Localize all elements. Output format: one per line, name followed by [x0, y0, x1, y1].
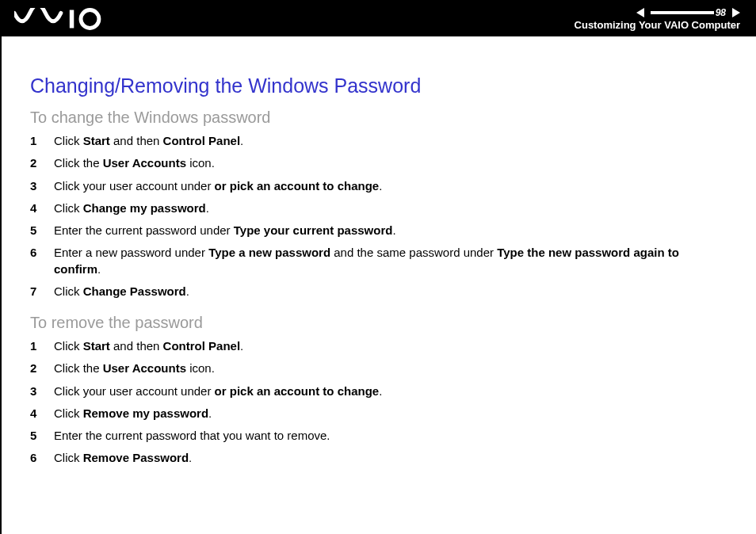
- header-bar: 98 Customizing Your VAIO Computer: [2, 2, 756, 36]
- step-item: 6Click Remove Password.: [30, 450, 727, 466]
- step-item: 6Enter a new password under Type a new p…: [30, 245, 727, 277]
- pager-bar: [651, 11, 714, 14]
- prev-page-icon[interactable]: [636, 8, 644, 17]
- svg-point-1: [81, 10, 99, 29]
- svg-rect-0: [70, 10, 74, 29]
- step-item: 1Click Start and then Control Panel.: [30, 133, 727, 149]
- step-text: Click Remove my password.: [54, 406, 727, 421]
- step-number: 3: [30, 383, 54, 399]
- step-text: Click Change my password.: [54, 200, 727, 216]
- step-item: 5Enter the current password that you wan…: [30, 428, 727, 444]
- step-item: 2Click the User Accounts icon.: [30, 360, 727, 376]
- step-text: Enter the current password under Type yo…: [54, 223, 727, 238]
- vaio-logo: [14, 5, 109, 33]
- step-item: 4Click Change my password.: [30, 200, 727, 216]
- step-text: Enter a new password under Type a new pa…: [54, 245, 727, 277]
- section-heading: To remove the password: [30, 314, 727, 332]
- step-text: Click the User Accounts icon.: [54, 360, 727, 376]
- breadcrumb: Customizing Your VAIO Computer: [575, 19, 740, 31]
- step-number: 2: [30, 360, 54, 376]
- header-right: 98 Customizing Your VAIO Computer: [575, 2, 740, 36]
- step-number: 5: [30, 223, 54, 238]
- step-item: 4Click Remove my password.: [30, 406, 727, 421]
- next-page-icon[interactable]: [732, 8, 740, 17]
- pager: 98: [636, 7, 740, 18]
- step-item: 7Click Change Password.: [30, 284, 727, 299]
- step-number: 4: [30, 406, 54, 421]
- step-text: Click Change Password.: [54, 284, 727, 299]
- step-text: Click your user account under or pick an…: [54, 178, 727, 194]
- step-number: 3: [30, 178, 54, 194]
- step-text: Enter the current password that you want…: [54, 428, 727, 444]
- step-number: 7: [30, 284, 54, 299]
- step-item: 1Click Start and then Control Panel.: [30, 338, 727, 354]
- step-text: Click Start and then Control Panel.: [54, 338, 727, 354]
- step-number: 4: [30, 200, 54, 216]
- step-item: 3Click your user account under or pick a…: [30, 383, 727, 399]
- step-number: 1: [30, 133, 54, 149]
- page-content: Changing/Removing the Windows Password T…: [2, 36, 756, 497]
- step-item: 5Enter the current password under Type y…: [30, 223, 727, 238]
- page-title: Changing/Removing the Windows Password: [30, 74, 727, 97]
- step-text: Click Remove Password.: [54, 450, 727, 466]
- step-text: Click the User Accounts icon.: [54, 155, 727, 171]
- step-number: 6: [30, 245, 54, 277]
- step-number: 5: [30, 428, 54, 444]
- section-heading: To change the Windows password: [30, 109, 727, 127]
- step-item: 3Click your user account under or pick a…: [30, 178, 727, 194]
- step-text: Click your user account under or pick an…: [54, 383, 727, 399]
- step-number: 2: [30, 155, 54, 171]
- steps-list: 1Click Start and then Control Panel.2Cli…: [30, 133, 727, 299]
- step-text: Click Start and then Control Panel.: [54, 133, 727, 149]
- page-number: 98: [716, 7, 726, 18]
- step-number: 1: [30, 338, 54, 354]
- steps-list: 1Click Start and then Control Panel.2Cli…: [30, 338, 727, 467]
- step-number: 6: [30, 450, 54, 466]
- step-item: 2Click the User Accounts icon.: [30, 155, 727, 171]
